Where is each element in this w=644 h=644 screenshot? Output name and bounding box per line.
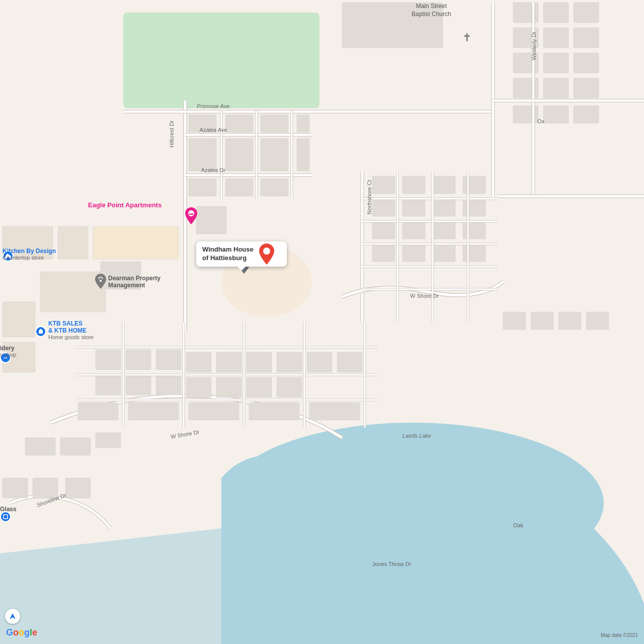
svg-rect-13 <box>574 53 599 73</box>
svg-rect-3 <box>342 3 443 48</box>
map-attribution: Map data ©2021 <box>601 632 638 638</box>
svg-rect-88 <box>58 226 88 259</box>
svg-rect-94 <box>196 206 226 234</box>
svg-rect-67 <box>372 244 395 262</box>
svg-text:W Shore Dr: W Shore Dr <box>410 293 439 299</box>
svg-rect-141 <box>558 312 581 330</box>
svg-rect-103 <box>307 352 332 372</box>
svg-rect-51 <box>297 138 309 171</box>
svg-rect-16 <box>574 78 599 98</box>
svg-text:Westerly Dr: Westerly Dr <box>531 31 537 60</box>
svg-point-168 <box>1 512 11 522</box>
svg-rect-130 <box>189 403 239 420</box>
svg-rect-45 <box>225 115 253 132</box>
svg-rect-55 <box>372 176 395 194</box>
svg-text:Hillcrest Dr: Hillcrest Dr <box>169 120 175 147</box>
svg-rect-101 <box>247 352 272 372</box>
svg-rect-165 <box>40 329 42 331</box>
svg-text:🛏: 🛏 <box>189 211 194 216</box>
svg-rect-60 <box>403 199 425 216</box>
svg-rect-10 <box>574 28 599 48</box>
svg-rect-135 <box>96 433 121 448</box>
navigation-arrow[interactable] <box>5 609 20 624</box>
svg-text:✝: ✝ <box>462 31 471 44</box>
svg-rect-18 <box>543 106 569 123</box>
svg-text:Azalea Dr: Azalea Dr <box>201 167 226 173</box>
svg-rect-107 <box>156 375 181 395</box>
svg-rect-132 <box>309 403 360 420</box>
svg-rect-52 <box>189 179 216 196</box>
svg-rect-139 <box>503 312 526 330</box>
windham-red-marker[interactable] <box>259 244 274 267</box>
svg-rect-19 <box>574 106 599 123</box>
svg-rect-50 <box>261 138 288 171</box>
svg-rect-12 <box>543 53 569 73</box>
svg-rect-49 <box>225 138 253 171</box>
svg-rect-9 <box>543 28 569 48</box>
svg-rect-111 <box>277 377 302 397</box>
svg-rect-2 <box>123 13 319 108</box>
svg-rect-64 <box>403 221 425 239</box>
svg-rect-137 <box>33 478 58 498</box>
svg-point-171 <box>263 248 270 255</box>
glass-shop-marker[interactable] <box>0 511 11 524</box>
svg-rect-15 <box>543 78 569 98</box>
svg-rect-56 <box>403 176 425 194</box>
svg-rect-106 <box>126 375 151 395</box>
svg-rect-58 <box>463 176 486 194</box>
map-container[interactable]: Primrose Ave Azalea Ave Azalea Dr Hillcr… <box>0 0 644 644</box>
svg-rect-105 <box>96 375 121 395</box>
svg-rect-131 <box>249 403 299 420</box>
svg-rect-108 <box>186 377 211 397</box>
svg-rect-62 <box>463 199 486 216</box>
svg-rect-133 <box>25 438 55 455</box>
svg-rect-53 <box>225 179 253 196</box>
svg-rect-89 <box>93 226 179 259</box>
svg-rect-59 <box>372 199 395 216</box>
svg-rect-97 <box>126 350 151 370</box>
svg-rect-99 <box>186 352 211 372</box>
svg-rect-164 <box>39 330 43 334</box>
svg-text:✂: ✂ <box>4 355 8 361</box>
svg-text:Oak: Oak <box>513 522 524 528</box>
svg-rect-46 <box>261 115 288 132</box>
svg-rect-6 <box>543 3 569 23</box>
svg-rect-98 <box>156 350 181 370</box>
svg-rect-91 <box>3 302 35 337</box>
svg-rect-54 <box>261 179 288 196</box>
svg-rect-134 <box>60 438 91 455</box>
svg-rect-142 <box>586 312 609 330</box>
svg-rect-96 <box>96 350 121 370</box>
eagle-point-marker[interactable]: 🛏 <box>185 207 197 226</box>
svg-text:Northshore Ct: Northshore Ct <box>366 180 372 214</box>
svg-text:Jones Throw Dr: Jones Throw Dr <box>372 561 412 567</box>
svg-rect-110 <box>247 377 272 397</box>
dearman-marker[interactable] <box>95 274 106 291</box>
svg-rect-138 <box>65 478 91 498</box>
svg-rect-65 <box>433 221 455 239</box>
svg-rect-70 <box>463 244 486 262</box>
svg-rect-128 <box>78 403 118 420</box>
svg-rect-66 <box>463 221 486 239</box>
svg-rect-136 <box>3 478 28 498</box>
svg-rect-63 <box>372 221 395 239</box>
svg-rect-140 <box>531 312 553 330</box>
kitchen-by-design-marker[interactable] <box>3 251 14 264</box>
svg-text:Primrose Ave: Primrose Ave <box>197 103 229 109</box>
ktb-marker[interactable] <box>35 326 46 339</box>
google-logo: Google <box>6 627 37 638</box>
svg-rect-129 <box>128 403 179 420</box>
svg-text:Azalea Ave: Azalea Ave <box>200 127 227 133</box>
svg-text:Lairds Lake: Lairds Lake <box>403 433 431 439</box>
svg-rect-102 <box>277 352 302 372</box>
svg-rect-48 <box>189 138 216 171</box>
svg-rect-69 <box>433 244 455 262</box>
svg-rect-57 <box>433 176 455 194</box>
svg-rect-100 <box>216 352 242 372</box>
svg-rect-104 <box>337 352 362 372</box>
svg-rect-68 <box>403 244 425 262</box>
broidery-marker[interactable]: ✂ <box>0 352 11 365</box>
svg-rect-95 <box>101 262 141 289</box>
svg-text:Ox: Ox <box>537 118 545 124</box>
svg-rect-61 <box>433 199 455 216</box>
